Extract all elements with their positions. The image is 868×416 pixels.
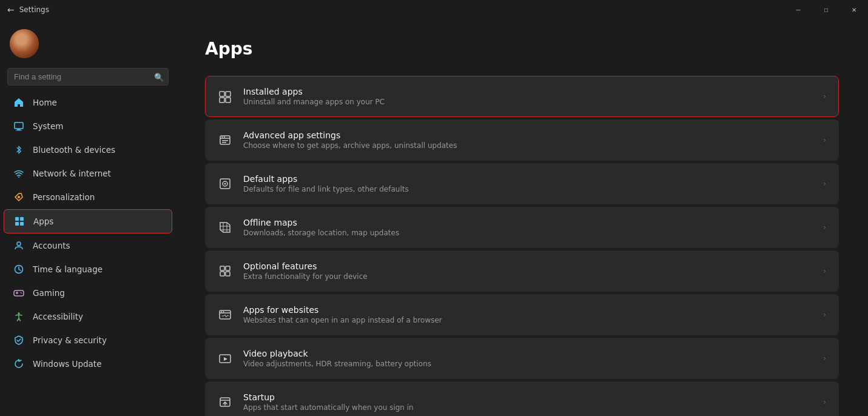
titlebar: ← Settings ─ □ ✕ (0, 0, 868, 19)
apps-websites-text: Apps for websites Websites that can open… (243, 305, 812, 324)
installed-apps-chevron: › (823, 92, 826, 101)
settings-item-video-playback[interactable]: Video playback Video adjustments, HDR st… (205, 338, 839, 379)
svg-rect-1 (17, 129, 21, 130)
svg-rect-11 (14, 290, 24, 296)
sidebar-item-accounts[interactable]: Accounts (4, 234, 172, 257)
privacy-icon (13, 335, 24, 346)
video-playback-desc: Video adjustments, HDR streaming, batter… (243, 360, 812, 368)
offline-maps-text: Offline maps Downloads, storage location… (243, 218, 812, 237)
sidebar-item-accessibility-label: Accessibility (33, 312, 163, 321)
sidebar: 🔍 Home System (0, 19, 176, 416)
sidebar-item-personalization[interactable]: Personalization (4, 186, 172, 209)
settings-item-optional-features[interactable]: Optional features Extra functionality fo… (205, 250, 839, 292)
svg-rect-36 (220, 272, 224, 276)
offline-maps-title: Offline maps (243, 218, 812, 227)
network-icon (13, 168, 24, 179)
settings-item-advanced[interactable]: Advanced app settings Choose where to ge… (205, 119, 839, 161)
close-button[interactable]: ✕ (840, 0, 868, 19)
startup-chevron: › (823, 398, 826, 406)
installed-apps-icon (218, 89, 232, 104)
settings-item-installed-apps[interactable]: Installed apps Uninstall and manage apps… (205, 76, 839, 117)
settings-list: Installed apps Uninstall and manage apps… (205, 76, 839, 416)
back-arrow[interactable]: ← (7, 5, 15, 15)
apps-websites-icon (218, 307, 232, 322)
settings-item-startup[interactable]: Startup Apps that start automatically wh… (205, 381, 839, 416)
main-layout: 🔍 Home System (0, 19, 868, 416)
optional-features-desc: Extra functionality for your device (243, 272, 812, 281)
svg-rect-5 (15, 217, 19, 221)
sidebar-item-privacy[interactable]: Privacy & security (4, 329, 172, 352)
sidebar-item-update[interactable]: Windows Update (4, 352, 172, 375)
personalization-icon (13, 192, 24, 203)
sidebar-profile (0, 19, 176, 68)
sidebar-item-gaming[interactable]: Gaming (4, 281, 172, 304)
minimize-button[interactable]: ─ (784, 0, 812, 19)
maximize-button[interactable]: □ (812, 0, 840, 19)
default-apps-desc: Defaults for file and link types, other … (243, 185, 812, 193)
sidebar-item-privacy-label: Privacy & security (33, 335, 163, 345)
default-apps-title: Default apps (243, 174, 812, 184)
search-input[interactable] (7, 68, 169, 86)
accounts-icon (13, 240, 24, 251)
optional-features-chevron: › (823, 267, 826, 275)
svg-rect-25 (222, 140, 228, 141)
search-icon: 🔍 (154, 72, 164, 81)
offline-maps-desc: Downloads, storage location, map updates (243, 229, 812, 237)
video-playback-chevron: › (823, 354, 826, 363)
settings-item-default-apps[interactable]: Default apps Defaults for file and link … (205, 163, 839, 204)
page-title: Apps (205, 39, 839, 59)
update-icon (13, 358, 24, 369)
settings-item-apps-websites[interactable]: Apps for websites Websites that can open… (205, 294, 839, 335)
settings-item-offline-maps[interactable]: Offline maps Downloads, storage location… (205, 207, 839, 248)
sidebar-item-system[interactable]: System (4, 115, 172, 138)
advanced-title: Advanced app settings (243, 130, 812, 140)
avatar-image (10, 29, 39, 58)
advanced-text: Advanced app settings Choose where to ge… (243, 130, 812, 150)
titlebar-title: ← Settings (7, 5, 49, 15)
svg-point-14 (20, 292, 21, 294)
apps-websites-chevron: › (823, 310, 826, 319)
svg-point-4 (18, 196, 20, 198)
avatar[interactable] (10, 29, 39, 58)
advanced-desc: Choose where to get apps, archive apps, … (243, 141, 812, 150)
video-playback-title: Video playback (243, 349, 812, 358)
sidebar-item-home[interactable]: Home (4, 91, 172, 114)
svg-rect-35 (226, 266, 230, 270)
svg-point-9 (17, 242, 21, 246)
sidebar-item-apps[interactable]: Apps (4, 209, 172, 233)
svg-marker-43 (224, 357, 227, 361)
sidebar-item-accounts-label: Accounts (33, 241, 163, 250)
sidebar-item-accessibility[interactable]: Accessibility (4, 305, 172, 328)
svg-point-41 (223, 311, 224, 312)
svg-point-40 (221, 311, 222, 312)
startup-title: Startup (243, 392, 812, 402)
startup-text: Startup Apps that start automatically wh… (243, 392, 812, 412)
video-playback-icon (218, 351, 232, 366)
svg-rect-17 (220, 92, 224, 96)
sidebar-item-apps-label: Apps (33, 216, 162, 226)
apps-websites-desc: Websites that can open in an app instead… (243, 316, 812, 324)
installed-apps-desc: Uninstall and manage apps on your PC (243, 98, 812, 106)
sidebar-item-network[interactable]: Network & internet (4, 162, 172, 185)
optional-features-title: Optional features (243, 261, 812, 271)
accessibility-icon (13, 311, 24, 322)
optional-features-text: Optional features Extra functionality fo… (243, 261, 812, 281)
svg-rect-6 (20, 217, 24, 221)
svg-point-16 (18, 312, 20, 314)
svg-rect-20 (226, 98, 230, 102)
sidebar-item-gaming-label: Gaming (33, 288, 163, 298)
svg-rect-37 (226, 272, 230, 276)
installed-apps-text: Installed apps Uninstall and manage apps… (243, 87, 812, 106)
advanced-chevron: › (823, 136, 826, 144)
installed-apps-title: Installed apps (243, 87, 812, 96)
video-playback-text: Video playback Video adjustments, HDR st… (243, 349, 812, 368)
default-apps-text: Default apps Defaults for file and link … (243, 174, 812, 193)
svg-rect-18 (226, 92, 230, 96)
sidebar-item-time[interactable]: Time & language (4, 258, 172, 281)
default-apps-icon (218, 176, 232, 191)
svg-rect-34 (220, 266, 224, 270)
sidebar-item-bluetooth[interactable]: Bluetooth & devices (4, 138, 172, 161)
apps-icon (14, 216, 25, 227)
apps-websites-title: Apps for websites (243, 305, 812, 315)
system-icon (13, 121, 24, 132)
